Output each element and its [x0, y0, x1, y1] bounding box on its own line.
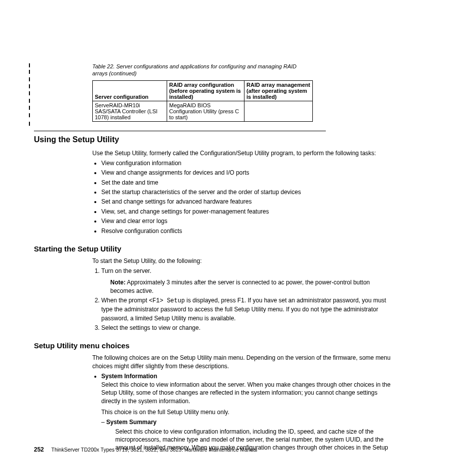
revision-bar [29, 106, 30, 110]
section3-intro: The following choices are on the Setup U… [92, 354, 391, 370]
item1-p2: This choice is on the full Setup Utility… [101, 408, 391, 416]
list-item: View and clear error logs [101, 217, 391, 226]
menu-item-system-information: System Information Select this choice to… [101, 372, 391, 452]
list-item: Set and change settings for advanced har… [101, 198, 391, 206]
footer-text: ThinkServer TD200x Types 3719, 3821, 382… [51, 447, 257, 453]
table-header-row: Server configuration RAID array configur… [93, 80, 313, 101]
th-raid-mgmt: RAID array management (after operating s… [244, 80, 313, 101]
revision-bar [29, 84, 30, 88]
revision-bar [29, 63, 30, 67]
note-label: Note: [110, 279, 126, 286]
section2-intro: To start the Setup Utility, do the follo… [92, 257, 391, 265]
section3-items: System Information Select this choice to… [92, 372, 391, 452]
list-item: Resolve configuration conflicts [101, 227, 391, 236]
table-row: ServeRAID-MR10i SAS/SATA Controller (LSI… [93, 101, 313, 121]
list-item: Set the date and time [101, 179, 391, 187]
cell-raid-mgmt [244, 101, 313, 121]
raid-table: Server configuration RAID array configur… [92, 80, 313, 122]
section2-steps: Turn on the server. Note: Approximately … [92, 267, 391, 332]
revision-bar [29, 113, 30, 117]
subitem-title: System Summary [106, 419, 157, 426]
section1-intro: Use the Setup Utility, formerly called t… [92, 149, 391, 157]
step-1-text: Turn on the server. [101, 267, 151, 274]
cell-server-config: ServeRAID-MR10i SAS/SATA Controller (LSI… [93, 101, 167, 121]
page-content: Table 22. Server configurations and appl… [0, 0, 476, 452]
revision-bar [29, 70, 30, 74]
revision-bar [29, 99, 30, 103]
section2-body: To start the Setup Utility, do the follo… [92, 257, 391, 333]
list-item: View configuration information [101, 159, 391, 168]
note-body: Approximately 3 minutes after the server… [110, 279, 370, 294]
heading-setup-utility-menu-choices: Setup Utility menu choices [34, 341, 391, 350]
th-server-config: Server configuration [93, 80, 167, 101]
step-3: Select the settings to view or change. [101, 324, 391, 332]
step-1-note: Note: Approximately 3 minutes after the … [110, 278, 391, 294]
list-item: View, set, and change settings for power… [101, 208, 391, 216]
section1-body: Use the Setup Utility, formerly called t… [92, 149, 391, 236]
list-item: View and change assignments for devices … [101, 169, 391, 177]
revision-bar [29, 77, 30, 81]
note-paragraph: Note: Approximately 3 minutes after the … [110, 278, 391, 294]
revision-bar [29, 91, 30, 95]
section1-bullets: View configuration information View and … [92, 159, 391, 236]
page-number: 252 [34, 446, 44, 453]
item1-p1: Select this choice to view information a… [101, 381, 391, 405]
section-divider [34, 131, 326, 131]
menu-item-desc: Select this choice to view information a… [101, 381, 391, 416]
heading-using-setup-utility: Using the Setup Utility [34, 135, 391, 144]
revision-bar [29, 122, 30, 126]
list-item: Set the startup characteristics of the s… [101, 188, 391, 197]
cell-raid-config: MegaRAID BIOS Configuration Utility (pre… [167, 101, 244, 121]
step-2: When the prompt <F1> Setup is displayed,… [101, 296, 391, 323]
step-2-code: <F1> Setup [149, 297, 185, 304]
step-1: Turn on the server. Note: Approximately … [101, 267, 391, 295]
th-raid-config: RAID array configuration (before operati… [167, 80, 244, 101]
section3-body: The following choices are on the Setup U… [92, 354, 391, 452]
step-2-pre: When the prompt [101, 297, 149, 304]
heading-starting-setup-utility: Starting the Setup Utility [34, 244, 391, 253]
page-footer: 252 ThinkServer TD200x Types 3719, 3821,… [34, 446, 257, 453]
table-caption: Table 22. Server configurations and appl… [92, 63, 297, 77]
menu-item-title: System Information [101, 373, 157, 380]
